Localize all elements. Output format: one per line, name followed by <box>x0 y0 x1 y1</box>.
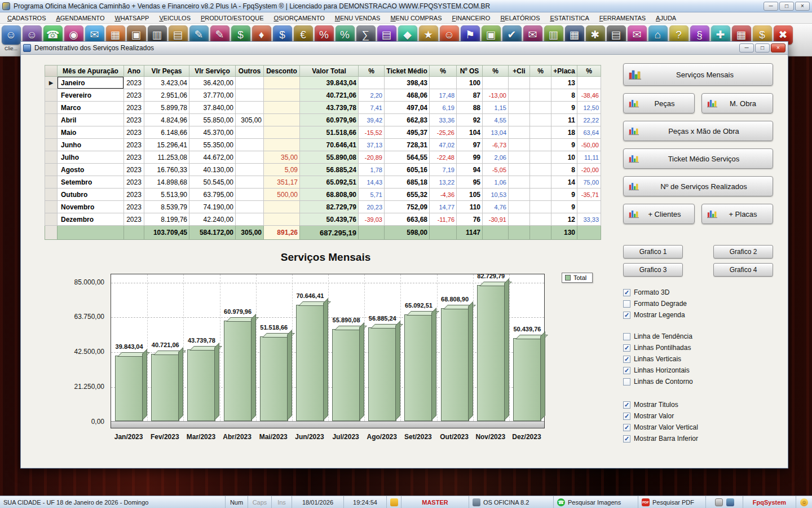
cell: 33,36 <box>430 114 457 126</box>
row-selector[interactable] <box>45 139 58 151</box>
cell: 12,50 <box>577 102 601 114</box>
checkbox-linhas-de-contorno[interactable]: Linhas de Contorno <box>623 376 773 387</box>
table-row-marco[interactable]: Marco20235.899,7837.840,0043.739,787,414… <box>45 102 601 114</box>
checkbox-linha-de-tendencia[interactable]: Linha de Tendência <box>623 331 773 342</box>
mao-de-obra-button[interactable]: M. Obra <box>701 93 773 113</box>
menu-menu-vendas[interactable]: MENU VENDAS <box>330 14 386 23</box>
column-header-placa[interactable]: +Placa <box>551 65 577 77</box>
column-header-pct-15[interactable]: % <box>577 65 601 77</box>
button-label: M. Obra <box>718 99 768 108</box>
table-row-abril[interactable]: Abril20234.824,9655.850,00305,0060.979,9… <box>45 114 601 126</box>
close-button[interactable]: × <box>795 2 810 11</box>
row-selector[interactable]: ▶ <box>45 77 58 89</box>
row-selector[interactable] <box>45 201 58 213</box>
table-row-agosto[interactable]: Agosto202316.760,3340.130,005,0956.885,2… <box>45 164 601 176</box>
menu-menu-compras[interactable]: MENU COMPRAS <box>385 14 447 23</box>
menu-agendamento[interactable]: AGENDAMENTO <box>51 14 109 23</box>
table-row-junho[interactable]: Junho202315.296,4155.350,0070.646,4137,1… <box>45 139 601 151</box>
column-header-vlr-pecas[interactable]: Vlr Peças <box>144 65 189 77</box>
checkbox-mostrar-barra-inferior[interactable]: ✓Mostrar Barra Inferior <box>623 433 773 444</box>
checkbox-linhas-verticais[interactable]: ✓Linhas Verticais <box>623 353 773 365</box>
row-selector[interactable] <box>45 164 58 176</box>
dialog-maximize-button[interactable]: □ <box>755 43 770 52</box>
column-header-pct-9[interactable]: % <box>430 65 457 77</box>
menu-ajuda[interactable]: AJUDA <box>651 14 681 23</box>
row-selector[interactable] <box>45 151 58 164</box>
bar-chart-icon <box>628 153 639 165</box>
checkbox-mostrar-titulos[interactable]: ✓Mostrar Titulos <box>623 399 773 410</box>
menu-os-orcamento[interactable]: OS/ORÇAMENTO <box>268 14 329 23</box>
table-row-maio[interactable]: Maio20236.148,6645.370,0051.518,66-15,52… <box>45 126 601 139</box>
row-selector[interactable] <box>45 89 58 102</box>
column-header-pct-11[interactable]: % <box>483 65 509 77</box>
cell: 20,23 <box>359 201 385 213</box>
dialog-minimize-button[interactable]: ─ <box>739 43 754 52</box>
column-header-pct-13[interactable]: % <box>530 65 551 77</box>
table-row-janeiro[interactable]: ▶Janeiro20233.423,0436.420,0039.843,0439… <box>45 77 601 89</box>
menu-financeiro[interactable]: FINANCEIRO <box>447 14 496 23</box>
row-selector[interactable] <box>45 213 58 226</box>
dialog-title: Demonstrativo dos Serviços Realizados <box>34 44 154 52</box>
pecas-x-mao-de-obra-button[interactable]: Peças x Mão de Obra <box>623 121 773 141</box>
minimize-button[interactable]: ─ <box>764 2 778 11</box>
maximize-button[interactable]: □ <box>779 2 794 11</box>
column-header-n-os[interactable]: Nº OS <box>457 65 483 77</box>
checkbox-mostrar-legenda[interactable]: ✓Mostrar Legenda <box>623 309 773 321</box>
table-row-julho[interactable]: Julho202311.253,0844.672,0035,0055.890,0… <box>45 151 601 164</box>
menu-produto-estoque[interactable]: PRODUTO/ESTOQUE <box>196 14 268 23</box>
checkbox-linhas-horizontais[interactable]: ✓Linhas Horizontais <box>623 365 773 376</box>
toolbar-clientes-button[interactable]: ☺Clie... <box>1 25 21 51</box>
checkbox-linhas-pontilhadas[interactable]: ✓Linhas Pontilhadas <box>623 342 773 353</box>
mais-placas-button[interactable]: + Placas <box>701 204 773 224</box>
column-header-valor-total[interactable]: Valor Total <box>300 65 359 77</box>
checkbox-formato-degrade[interactable]: Formato Degrade <box>623 298 773 309</box>
column-header-ticket-medio[interactable]: Ticket Médio <box>385 65 430 77</box>
column-header-cli[interactable]: +Cli <box>509 65 530 77</box>
row-selector[interactable] <box>45 189 58 201</box>
cell: 605,16 <box>385 164 430 176</box>
num-servicos-realizados-button[interactable]: Nº de Serviços Realizados <box>623 176 773 196</box>
search-pdf-button[interactable]: PDF Pesquisar PDF <box>638 496 706 508</box>
pecas-button[interactable]: Peças <box>623 93 695 113</box>
table-row-outubro[interactable]: Outubro20235.513,9063.795,00500,0068.808… <box>45 189 601 201</box>
menu-ferramentas[interactable]: FERRAMENTAS <box>594 14 651 23</box>
cell: 2023 <box>124 213 144 226</box>
grafico-1-button[interactable]: Grafico 1 <box>623 245 683 259</box>
column-header-ano[interactable]: Ano <box>124 65 144 77</box>
row-selector[interactable] <box>45 114 58 126</box>
menu-cadastros[interactable]: CADASTROS <box>2 14 51 23</box>
table-row-fevereiro[interactable]: Fevereiro20232.951,0637.770,0040.721,062… <box>45 89 601 102</box>
checkbox-label: Mostrar Valor <box>634 412 674 420</box>
monitor-icon[interactable] <box>726 498 734 506</box>
cell: 14,43 <box>359 176 385 189</box>
ticket-medio-servicos-button[interactable]: Ticket Médio Serviços <box>623 148 773 169</box>
column-header-mes-de-apuracao[interactable]: Mês de Apuração <box>58 65 124 77</box>
search-images-button[interactable]: ☎ Pesquisar Imagens <box>554 496 638 508</box>
grafico-3-button[interactable]: Grafico 3 <box>623 263 683 277</box>
column-header-pct-7[interactable]: % <box>359 65 385 77</box>
cell: Junho <box>58 139 124 151</box>
row-selector[interactable] <box>45 176 58 189</box>
printer-icon[interactable] <box>715 498 723 506</box>
cell: 2023 <box>124 164 144 176</box>
table-row-setembro[interactable]: Setembro202314.898,6850.545,00351,1765.0… <box>45 176 601 189</box>
menu-estatistica[interactable]: ESTATISTICA <box>545 14 594 23</box>
mais-clientes-button[interactable]: + Clientes <box>623 204 695 224</box>
table-row-novembro[interactable]: Novembro20238.539,7974.190,0082.729,7920… <box>45 201 601 213</box>
grafico-4-button[interactable]: Grafico 4 <box>713 263 773 277</box>
menu-whatsapp[interactable]: WHATSAPP <box>109 14 154 23</box>
column-header-desconto[interactable]: Desconto <box>264 65 300 77</box>
row-selector[interactable] <box>45 126 58 139</box>
checkbox-mostrar-valor-vertical[interactable]: ✓Mostrar Valor Vertical <box>623 422 773 433</box>
dialog-close-button[interactable]: × <box>771 43 785 52</box>
menu-veiculos[interactable]: VEICULOS <box>154 14 196 23</box>
checkbox-formato-3d[interactable]: ✓Formato 3D <box>623 287 773 298</box>
checkbox-mostrar-valor[interactable]: ✓Mostrar Valor <box>623 410 773 422</box>
row-selector[interactable] <box>45 102 58 114</box>
grafico-2-button[interactable]: Grafico 2 <box>713 245 773 259</box>
table-row-dezembro[interactable]: Dezembro20238.199,7642.240,0050.439,76-3… <box>45 213 601 226</box>
column-header-outros[interactable]: Outros <box>236 65 264 77</box>
column-header-vlr-servico[interactable]: Vlr Serviço <box>189 65 236 77</box>
servicos-mensais-button[interactable]: Serviços Mensais <box>623 63 773 86</box>
menu-relatorios[interactable]: RELATÓRIOS <box>495 14 545 23</box>
